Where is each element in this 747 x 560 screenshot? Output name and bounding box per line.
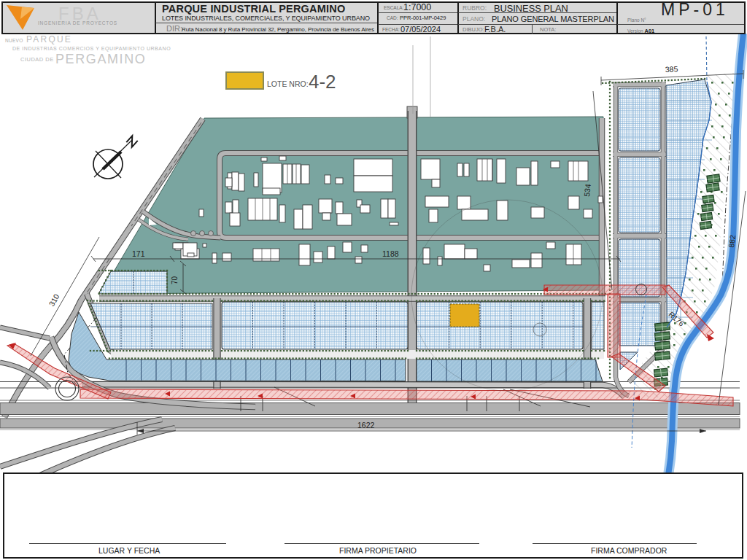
svg-text:310: 310 bbox=[47, 292, 61, 308]
svg-text:385: 385 bbox=[665, 64, 678, 74]
svg-text:1188: 1188 bbox=[382, 249, 399, 258]
svg-text:LOTE NRO:: LOTE NRO: bbox=[267, 79, 309, 88]
svg-text:171: 171 bbox=[132, 249, 145, 258]
svg-text:534: 534 bbox=[582, 183, 592, 197]
svg-text:1622: 1622 bbox=[357, 421, 375, 429]
svg-text:882: 882 bbox=[727, 234, 737, 248]
svg-text:4-2: 4-2 bbox=[309, 71, 336, 93]
svg-text:70: 70 bbox=[171, 276, 179, 284]
